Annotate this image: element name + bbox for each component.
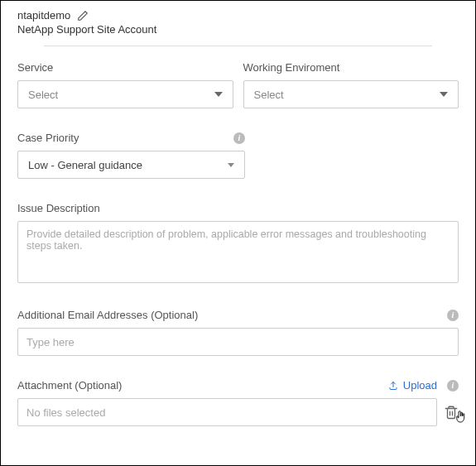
upload-link[interactable]: Upload [388,379,437,392]
info-icon[interactable]: i [447,310,459,321]
attachment-label: Attachment (Optional) [17,379,122,392]
service-select[interactable]: Select [17,80,233,108]
environment-label: Working Enviroment [243,61,459,74]
account-name: ntapitdemo [17,9,70,22]
priority-label: Case Priority i [17,132,245,144]
divider [44,46,432,46]
attachment-empty-text: No files selected [26,406,105,419]
chevron-down-icon [440,92,448,97]
attachment-field[interactable]: No files selected [17,398,437,426]
chevron-down-icon [214,92,223,97]
priority-label-text: Case Priority [17,132,79,144]
priority-select[interactable]: Low - General guidance [17,151,245,179]
account-subtitle: NetApp Support Site Account [17,23,459,36]
environment-select-text: Select [254,89,284,101]
upload-icon [388,381,398,391]
emails-input[interactable] [17,328,459,356]
chevron-down-icon [228,163,234,167]
emails-label: Additional Email Addresses (Optional) [17,309,198,321]
priority-select-text: Low - General guidance [28,159,142,171]
trash-icon[interactable] [444,405,459,420]
issue-label: Issue Description [17,202,459,214]
service-select-text: Select [28,89,58,101]
environment-select[interactable]: Select [243,80,459,108]
issue-textarea[interactable] [17,221,459,283]
info-icon[interactable]: i [447,380,459,392]
info-icon[interactable]: i [233,132,245,144]
upload-label-text: Upload [403,379,437,392]
service-label: Service [17,61,233,74]
pencil-icon[interactable] [77,10,89,22]
